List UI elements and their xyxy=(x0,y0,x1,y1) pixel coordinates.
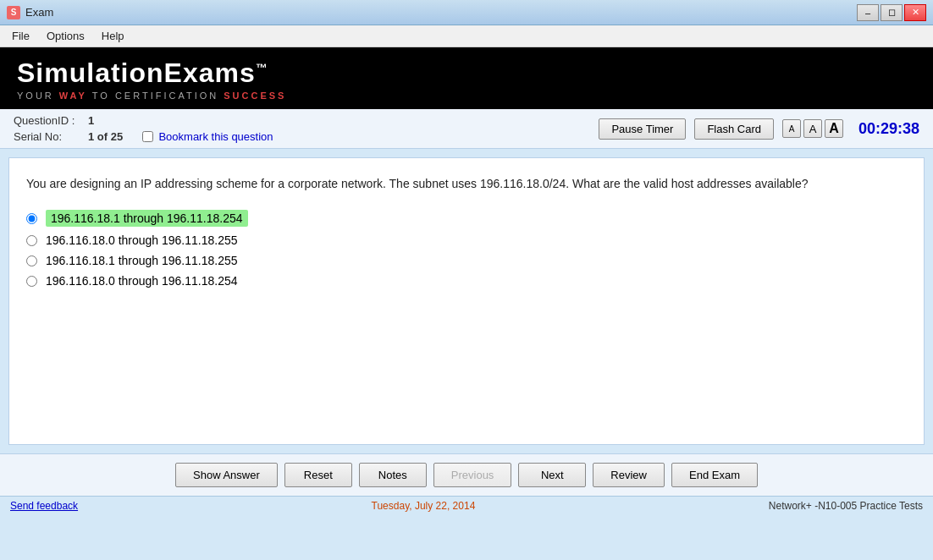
logo-subtitle: YOUR WAY TO CERTIFICATION SUCCESS xyxy=(17,91,286,101)
font-small-button[interactable]: A xyxy=(782,119,801,138)
option-radio-1[interactable] xyxy=(26,213,37,224)
logo-way: WAY xyxy=(59,91,87,101)
bookmark-checkbox[interactable] xyxy=(142,131,153,142)
notes-button[interactable]: Notes xyxy=(359,463,427,487)
menu-help[interactable]: Help xyxy=(93,26,133,46)
logo-success: SUCCESS xyxy=(224,91,286,101)
app-icon: S xyxy=(7,6,20,19)
logo-banner: SimulationExams™ YOUR WAY TO CERTIFICATI… xyxy=(0,47,933,109)
serial-no-value: 1 of 25 xyxy=(88,130,123,143)
info-left-section: QuestionID : 1 Serial No: 1 of 25 Bookma… xyxy=(14,114,273,143)
option-label-2[interactable]: 196.116.18.0 through 196.11.18.255 xyxy=(46,233,238,247)
question-id-label: QuestionID : xyxy=(14,114,81,127)
option-item-3: 196.116.18.1 through 196.11.18.255 xyxy=(26,254,907,267)
info-right-section: Pause Timer Flash Card A A A 00:29:38 xyxy=(599,118,919,140)
bookmark-text: Bookmark this question xyxy=(158,130,273,143)
show-answer-button[interactable]: Show Answer xyxy=(175,463,278,487)
status-bar: Send feedback Tuesday, July 22, 2014 Net… xyxy=(0,496,933,515)
status-date: Tuesday, July 22, 2014 xyxy=(372,500,476,512)
option-label-4[interactable]: 196.116.18.0 through 196.11.18.254 xyxy=(46,274,238,288)
serial-no-label: Serial No: xyxy=(14,130,81,143)
font-size-controls: A A A xyxy=(782,119,843,138)
window-controls: – ◻ ✕ xyxy=(857,4,926,21)
logo-trademark: ™ xyxy=(256,61,268,74)
option-item-4: 196.116.18.0 through 196.11.18.254 xyxy=(26,274,907,288)
question-area: You are designing an IP addressing schem… xyxy=(8,157,925,445)
restore-button[interactable]: ◻ xyxy=(881,4,903,21)
pause-timer-button[interactable]: Pause Timer xyxy=(599,118,686,140)
review-button[interactable]: Review xyxy=(593,463,665,487)
option-item-2: 196.116.18.0 through 196.11.18.255 xyxy=(26,233,907,247)
options-list: 196.116.18.1 through 196.11.18.254 196.1… xyxy=(26,210,907,288)
menu-bar: File Options Help xyxy=(0,25,933,47)
window-title: Exam xyxy=(25,6,53,19)
info-fields: QuestionID : 1 Serial No: 1 of 25 Bookma… xyxy=(14,114,273,143)
bookmark-label[interactable]: Bookmark this question xyxy=(142,130,273,143)
question-text: You are designing an IP addressing schem… xyxy=(26,175,907,193)
next-button[interactable]: Next xyxy=(518,463,586,487)
close-button[interactable]: ✕ xyxy=(904,4,926,21)
font-large-button[interactable]: A xyxy=(825,119,843,138)
status-product: Network+ -N10-005 Practice Tests xyxy=(769,500,923,512)
option-label-3[interactable]: 196.116.18.1 through 196.11.18.255 xyxy=(46,254,238,267)
question-id-value: 1 xyxy=(88,114,94,127)
timer-display: 00:29:38 xyxy=(852,120,919,138)
font-medium-button[interactable]: A xyxy=(803,119,822,138)
title-bar: S Exam – ◻ ✕ xyxy=(0,0,933,25)
info-bar: QuestionID : 1 Serial No: 1 of 25 Bookma… xyxy=(0,109,933,149)
end-exam-button[interactable]: End Exam xyxy=(671,463,758,487)
minimize-button[interactable]: – xyxy=(857,4,879,21)
reset-button[interactable]: Reset xyxy=(284,463,352,487)
option-radio-4[interactable] xyxy=(26,276,37,287)
option-item-1: 196.116.18.1 through 196.11.18.254 xyxy=(26,210,907,227)
send-feedback-link[interactable]: Send feedback xyxy=(10,500,78,512)
previous-button[interactable]: Previous xyxy=(433,463,512,487)
menu-file[interactable]: File xyxy=(3,26,38,46)
option-radio-3[interactable] xyxy=(26,255,37,266)
option-radio-2[interactable] xyxy=(26,235,37,246)
option-label-1[interactable]: 196.116.18.1 through 196.11.18.254 xyxy=(46,210,248,227)
question-id-row: QuestionID : 1 xyxy=(14,114,273,127)
logo-title: SimulationExams™ xyxy=(17,58,268,89)
bottom-button-bar: Show Answer Reset Notes Previous Next Re… xyxy=(0,453,933,496)
serial-no-row: Serial No: 1 of 25 Bookmark this questio… xyxy=(14,130,273,143)
flash-card-button[interactable]: Flash Card xyxy=(694,118,774,140)
menu-options[interactable]: Options xyxy=(38,26,93,46)
